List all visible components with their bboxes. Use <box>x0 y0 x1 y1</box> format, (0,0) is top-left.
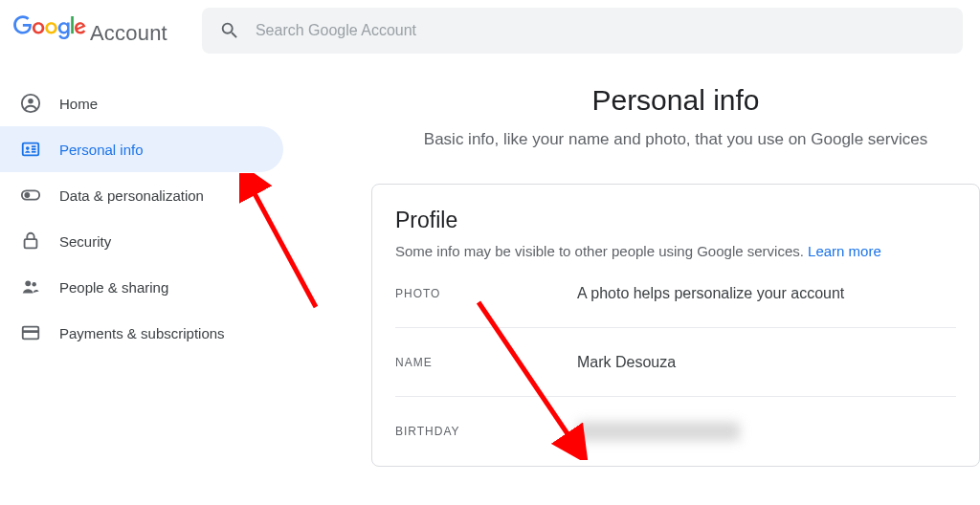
nav-personal-info[interactable]: Personal info <box>0 126 283 172</box>
search-icon <box>219 20 240 41</box>
nav-label: Security <box>59 233 111 250</box>
profile-subtitle: Some info may be visible to other people… <box>395 243 956 259</box>
page-subtitle: Basic info, like your name and photo, th… <box>371 130 980 149</box>
nav-label: People & sharing <box>59 279 168 296</box>
search-bar[interactable] <box>202 8 963 54</box>
svg-point-1 <box>28 99 33 104</box>
row-value: Mark Desouza <box>577 354 676 371</box>
nav-label: Data & personalization <box>59 187 204 204</box>
svg-rect-2 <box>23 143 39 156</box>
svg-point-10 <box>25 280 31 286</box>
svg-rect-13 <box>23 330 39 333</box>
person-circle-icon <box>19 93 42 114</box>
row-label: NAME <box>395 356 577 369</box>
profile-birthday-row[interactable]: BIRTHDAY <box>395 397 956 466</box>
google-account-logo[interactable]: Account <box>8 15 167 46</box>
google-logo-icon <box>13 15 86 40</box>
header: Account <box>0 0 980 61</box>
row-value-blurred <box>577 422 740 441</box>
svg-point-8 <box>24 192 30 198</box>
nav-people-sharing[interactable]: People & sharing <box>0 264 283 310</box>
svg-rect-9 <box>25 239 37 248</box>
nav-payments-subscriptions[interactable]: Payments & subscriptions <box>0 310 283 356</box>
nav-home[interactable]: Home <box>0 80 283 126</box>
profile-title: Profile <box>395 208 956 233</box>
nav-label: Personal info <box>59 142 144 158</box>
credit-card-icon <box>19 322 42 343</box>
lock-icon <box>19 231 42 252</box>
toggle-icon <box>19 185 42 206</box>
profile-name-row[interactable]: NAME Mark Desouza <box>395 328 956 397</box>
svg-point-3 <box>26 146 30 150</box>
account-word: Account <box>90 21 167 46</box>
svg-point-11 <box>32 282 35 286</box>
row-value: A photo helps personalize your account <box>577 285 844 302</box>
page-title: Personal info <box>371 84 980 117</box>
learn-more-link[interactable]: Learn more <box>808 243 881 259</box>
row-label: PHOTO <box>395 287 577 300</box>
people-icon <box>19 276 42 297</box>
profile-card: Profile Some info may be visible to othe… <box>371 184 980 467</box>
nav-security[interactable]: Security <box>0 218 283 264</box>
nav-label: Payments & subscriptions <box>59 325 225 341</box>
main-content: Personal info Basic info, like your name… <box>283 61 980 467</box>
search-input[interactable] <box>256 22 946 39</box>
profile-photo-row[interactable]: PHOTO A photo helps personalize your acc… <box>395 259 956 328</box>
sidebar: Home Personal info <box>0 61 283 467</box>
nav-data-personalization[interactable]: Data & personalization <box>0 172 283 218</box>
nav-label: Home <box>59 96 98 112</box>
id-card-icon <box>19 139 42 160</box>
row-label: BIRTHDAY <box>395 425 577 438</box>
